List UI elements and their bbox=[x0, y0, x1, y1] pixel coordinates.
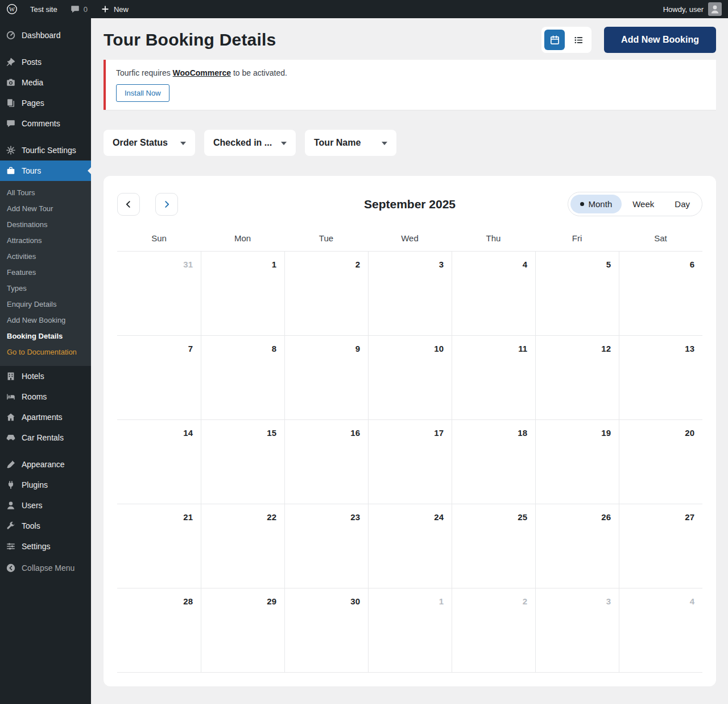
sidebar-item-rooms[interactable]: Rooms bbox=[0, 386, 91, 407]
sidebar-item-label: Pages bbox=[22, 98, 44, 108]
svg-text:W: W bbox=[9, 6, 15, 13]
caret-down-icon bbox=[281, 142, 287, 145]
submenu-item-add-new-tour[interactable]: Add New Tour bbox=[0, 201, 91, 217]
day-number: 31 bbox=[183, 260, 193, 269]
calendar-cell-3[interactable]: 3 bbox=[368, 252, 452, 336]
calendar-cell-23[interactable]: 23 bbox=[284, 504, 368, 588]
calendar-cell-15[interactable]: 15 bbox=[201, 420, 284, 504]
calendar-cell-30[interactable]: 30 bbox=[284, 588, 368, 673]
calendar-cell-22[interactable]: 22 bbox=[201, 504, 284, 588]
howdy-text: Howdy, user bbox=[663, 5, 704, 14]
user-avatar-icon bbox=[709, 3, 721, 15]
calendar-cell-10[interactable]: 10 bbox=[368, 336, 452, 420]
tours-submenu: All ToursAdd New TourDestinationsAttract… bbox=[0, 181, 91, 366]
calendar-cell-19[interactable]: 19 bbox=[535, 420, 619, 504]
day-header-sat: Sat bbox=[619, 233, 702, 243]
filter-checked-in[interactable]: Checked in ... bbox=[204, 130, 296, 156]
calendar-cell-2-adjacent[interactable]: 2 bbox=[452, 588, 535, 673]
calendar-cell-24[interactable]: 24 bbox=[368, 504, 452, 588]
filter-tour-name[interactable]: Tour Name bbox=[305, 130, 396, 156]
submenu-item-destinations[interactable]: Destinations bbox=[0, 217, 91, 233]
day-number: 2 bbox=[355, 260, 360, 269]
list-view-button[interactable] bbox=[568, 30, 589, 50]
calendar-cell-17[interactable]: 17 bbox=[368, 420, 452, 504]
calendar-cell-18[interactable]: 18 bbox=[452, 420, 535, 504]
calendar-cell-8[interactable]: 8 bbox=[201, 336, 284, 420]
submenu-item-enquiry-details[interactable]: Enquiry Details bbox=[0, 297, 91, 312]
calendar-cell-25[interactable]: 25 bbox=[452, 504, 535, 588]
calendar-cell-1[interactable]: 1 bbox=[201, 252, 284, 336]
sidebar-item-posts[interactable]: Posts bbox=[0, 52, 91, 72]
menu-separator bbox=[0, 134, 91, 140]
sidebar-item-tourfic-settings[interactable]: Tourfic Settings bbox=[0, 140, 91, 160]
wordpress-logo-icon: W bbox=[6, 3, 18, 15]
caret-down-icon bbox=[180, 142, 186, 145]
calendar-cell-1-adjacent[interactable]: 1 bbox=[368, 588, 452, 673]
sidebar-item-users[interactable]: Users bbox=[0, 495, 91, 516]
calendar-cell-26[interactable]: 26 bbox=[535, 504, 619, 588]
woocommerce-link[interactable]: WooCommerce bbox=[173, 68, 231, 77]
submenu-item-booking-details[interactable]: Booking Details bbox=[0, 328, 91, 344]
calendar-cell-4-adjacent[interactable]: 4 bbox=[619, 588, 702, 673]
sidebar-item-dashboard[interactable]: Dashboard bbox=[0, 25, 91, 46]
install-now-button[interactable]: Install Now bbox=[116, 84, 169, 102]
submenu-item-all-tours[interactable]: All Tours bbox=[0, 185, 91, 201]
sidebar-item-label: Tours bbox=[22, 166, 41, 176]
calendar-cell-28[interactable]: 28 bbox=[117, 588, 201, 673]
header-actions: Add New Booking bbox=[541, 27, 716, 53]
calendar-icon bbox=[549, 35, 560, 46]
calendar-cell-3-adjacent[interactable]: 3 bbox=[535, 588, 619, 673]
submenu-item-add-new-booking[interactable]: Add New Booking bbox=[0, 312, 91, 328]
calendar-cell-7[interactable]: 7 bbox=[117, 336, 201, 420]
sidebar-item-car-rentals[interactable]: Car Rentals bbox=[0, 427, 91, 448]
calendar-cell-12[interactable]: 12 bbox=[535, 336, 619, 420]
sidebar-item-comments[interactable]: Comments bbox=[0, 113, 91, 134]
filter-order-status[interactable]: Order Status bbox=[104, 130, 195, 156]
calendar-cell-29[interactable]: 29 bbox=[201, 588, 284, 673]
sidebar-item-tours[interactable]: Tours bbox=[0, 160, 91, 181]
calendar-month-title: September 2025 bbox=[364, 197, 456, 211]
wordpress-logo[interactable]: W bbox=[0, 0, 24, 18]
calendar-cell-4[interactable]: 4 bbox=[452, 252, 535, 336]
view-day-button[interactable]: Day bbox=[665, 195, 700, 213]
admin-bar-site-name[interactable]: Test site bbox=[24, 0, 64, 18]
calendar-cell-2[interactable]: 2 bbox=[284, 252, 368, 336]
submenu-item-go-to-documentation[interactable]: Go to Documentation bbox=[0, 344, 91, 360]
next-month-button[interactable] bbox=[155, 193, 178, 216]
admin-bar-account[interactable]: Howdy, user bbox=[657, 0, 728, 18]
sidebar-item-appearance[interactable]: Appearance bbox=[0, 454, 91, 475]
submenu-item-types[interactable]: Types bbox=[0, 281, 91, 297]
calendar-cell-6[interactable]: 6 bbox=[619, 252, 702, 336]
calendar-cell-16[interactable]: 16 bbox=[284, 420, 368, 504]
prev-month-button[interactable] bbox=[117, 193, 140, 216]
admin-bar-new-button[interactable]: New bbox=[94, 0, 135, 18]
calendar-cell-5[interactable]: 5 bbox=[535, 252, 619, 336]
calendar-cell-31-adjacent[interactable]: 31 bbox=[117, 252, 201, 336]
admin-menu: DashboardPostsMediaPagesCommentsTourfic … bbox=[0, 25, 91, 557]
sidebar-item-tools[interactable]: Tools bbox=[0, 516, 91, 536]
submenu-item-attractions[interactable]: Attractions bbox=[0, 233, 91, 249]
add-new-booking-button[interactable]: Add New Booking bbox=[604, 27, 716, 53]
day-number: 28 bbox=[183, 596, 193, 606]
submenu-item-activities[interactable]: Activities bbox=[0, 249, 91, 265]
calendar-cell-13[interactable]: 13 bbox=[619, 336, 702, 420]
admin-bar-comments[interactable]: 0 bbox=[64, 0, 94, 18]
sidebar-item-settings[interactable]: Settings bbox=[0, 536, 91, 557]
calendar-view-button[interactable] bbox=[544, 30, 565, 50]
calendar-cell-20[interactable]: 20 bbox=[619, 420, 702, 504]
calendar-cell-9[interactable]: 9 bbox=[284, 336, 368, 420]
calendar-cell-11[interactable]: 11 bbox=[452, 336, 535, 420]
calendar-cell-14[interactable]: 14 bbox=[117, 420, 201, 504]
view-month-button[interactable]: Month bbox=[570, 195, 622, 213]
view-week-button[interactable]: Week bbox=[623, 195, 664, 213]
sidebar-item-hotels[interactable]: Hotels bbox=[0, 366, 91, 386]
collapse-menu-button[interactable]: Collapse Menu bbox=[0, 558, 91, 578]
sidebar-item-pages[interactable]: Pages bbox=[0, 93, 91, 113]
sidebar-item-plugins[interactable]: Plugins bbox=[0, 475, 91, 495]
sidebar-item-apartments[interactable]: Apartments bbox=[0, 407, 91, 427]
sidebar-item-media[interactable]: Media bbox=[0, 72, 91, 93]
submenu-item-features[interactable]: Features bbox=[0, 265, 91, 281]
calendar-cell-27[interactable]: 27 bbox=[619, 504, 702, 588]
calendar-cell-21[interactable]: 21 bbox=[117, 504, 201, 588]
day-number: 4 bbox=[523, 260, 527, 269]
